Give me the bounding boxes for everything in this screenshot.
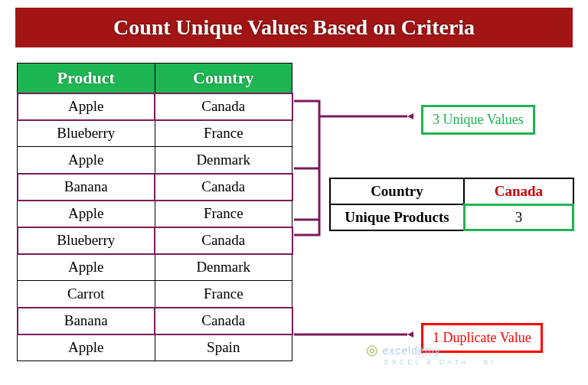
- header-country: Country: [155, 64, 292, 93]
- cell-country: Canada: [155, 174, 292, 201]
- table-row: AppleSpain: [18, 334, 292, 361]
- criteria-row-country: Country Canada: [330, 178, 573, 204]
- cell-product: Carrot: [18, 281, 155, 308]
- watermark-subtext: EXCEL & DATA · BI: [384, 358, 496, 366]
- cell-country: Canada: [155, 308, 292, 334]
- cell-product: Blueberry: [18, 120, 155, 147]
- cell-country: Canada: [155, 227, 292, 254]
- watermark-text: exceldemy: [383, 344, 441, 357]
- data-table: Product Country AppleCanadaBlueberryFran…: [17, 63, 292, 361]
- cell-country: France: [155, 201, 292, 227]
- cell-country: Denmark: [155, 254, 292, 281]
- cell-country: Spain: [155, 334, 292, 361]
- cell-country: France: [155, 281, 292, 308]
- table-row: CarrotFrance: [18, 281, 292, 308]
- cell-country: Canada: [155, 93, 292, 120]
- table-row: AppleDenmark: [18, 254, 292, 281]
- cell-product: Apple: [18, 334, 155, 361]
- table-row: BlueberryCanada: [18, 227, 292, 254]
- callout-unique-text: 3 Unique Values: [433, 112, 524, 127]
- country-value: Canada: [464, 178, 573, 204]
- svg-marker-2: [407, 331, 413, 338]
- cell-product: Apple: [18, 201, 155, 227]
- cell-country: Denmark: [155, 147, 292, 174]
- cell-product: Apple: [18, 254, 155, 281]
- cell-product: Banana: [18, 308, 155, 334]
- cell-product: Apple: [18, 147, 155, 174]
- criteria-row-unique: Unique Products 3: [330, 204, 573, 230]
- cell-product: Blueberry: [18, 227, 155, 254]
- table-row: BananaCanada: [18, 174, 292, 201]
- table-header-row: Product Country: [18, 64, 292, 93]
- cell-product: Apple: [18, 93, 155, 120]
- svg-marker-0: [407, 113, 413, 119]
- table-row: AppleFrance: [18, 201, 292, 227]
- unique-products-label: Unique Products: [330, 204, 464, 230]
- table-row: BlueberryFrance: [18, 120, 292, 147]
- watermark-dot-icon: ◎: [366, 342, 379, 357]
- watermark: ◎ exceldemy EXCEL & DATA · BI: [366, 341, 496, 366]
- cell-product: Banana: [18, 174, 155, 201]
- cell-country: France: [155, 120, 292, 147]
- table-row: AppleDenmark: [18, 147, 292, 174]
- header-product: Product: [18, 64, 155, 93]
- page-title: Count Unique Values Based on Criteria: [113, 15, 475, 39]
- table-row: BananaCanada: [18, 308, 292, 334]
- criteria-table: Country Canada Unique Products 3: [329, 178, 574, 231]
- table-row: AppleCanada: [18, 93, 292, 120]
- country-label: Country: [330, 178, 464, 204]
- callout-unique-values: 3 Unique Values: [421, 105, 535, 135]
- page-title-banner: Count Unique Values Based on Criteria: [15, 8, 573, 47]
- unique-products-value: 3: [464, 204, 573, 230]
